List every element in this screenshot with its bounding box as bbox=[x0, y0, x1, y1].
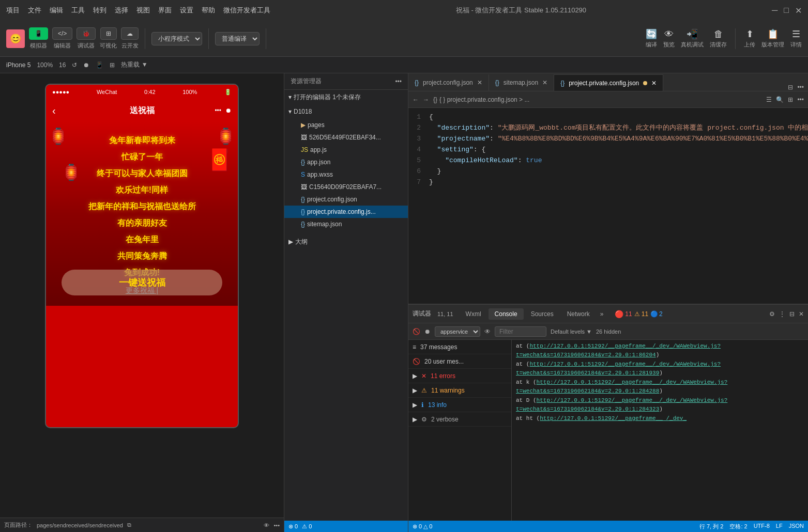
filter-input[interactable] bbox=[495, 326, 546, 337]
clear-console-icon[interactable]: 🚫 bbox=[413, 328, 420, 335]
tab-sources[interactable]: Sources bbox=[525, 308, 560, 320]
menu-item-goto[interactable]: 转到 bbox=[93, 6, 106, 15]
menu-bar[interactable]: 项目 文件 编辑 工具 转到 选择 视图 界面 设置 帮助 微信开发者工具 bbox=[6, 6, 270, 15]
search-in-file-icon[interactable]: 🔍 bbox=[776, 96, 784, 103]
log-item-errors[interactable]: ▶ ✕ 11 errors bbox=[408, 369, 511, 383]
file-item-appjson[interactable]: {} app.json bbox=[284, 156, 408, 168]
file-item-image2[interactable]: 🖼 C15640D09F02EBAFA7... bbox=[284, 181, 408, 193]
menu-item-help[interactable]: 帮助 bbox=[202, 6, 215, 15]
default-levels-selector[interactable]: Default levels ▼ bbox=[551, 328, 592, 335]
maximize-button[interactable]: □ bbox=[784, 6, 789, 15]
tab-sitemap[interactable]: {} sitemap.json ✕ bbox=[489, 74, 554, 91]
log-item-warnings[interactable]: ▶ ⚠ 11 warnings bbox=[408, 383, 511, 398]
log-link-2[interactable]: http://127.0.0.1:51292/__pageframe__/_de… bbox=[516, 361, 721, 376]
tabs-more-icon[interactable]: ••• bbox=[797, 84, 804, 91]
visual-button[interactable]: ⊞ bbox=[100, 27, 117, 40]
phone-icon[interactable]: 📱 bbox=[96, 61, 103, 69]
file-item-project-private-config[interactable]: {} project.private.config.js... bbox=[284, 206, 408, 218]
editor-button[interactable]: </> bbox=[52, 27, 72, 40]
settings-icon[interactable]: ⚙ bbox=[769, 310, 775, 318]
tab-wxml[interactable]: Wxml bbox=[460, 308, 487, 320]
nav-back-icon[interactable]: ← bbox=[413, 96, 419, 103]
more-options-icon[interactable]: ••• bbox=[273, 522, 280, 528]
split-editor-icon[interactable]: ⊟ bbox=[788, 84, 793, 91]
preview-icon[interactable]: 👁 bbox=[664, 29, 674, 40]
devtools-close-icon[interactable]: ✕ bbox=[799, 310, 804, 318]
tab-close-2[interactable]: ✕ bbox=[542, 79, 547, 86]
tab-close-1[interactable]: ✕ bbox=[477, 79, 482, 86]
compile-selector[interactable]: 普通编译 bbox=[215, 32, 260, 45]
debugger-button[interactable]: 🐞 bbox=[77, 27, 96, 40]
menu-item-interface[interactable]: 界面 bbox=[158, 6, 172, 15]
compile-icon[interactable]: 🔄 bbox=[646, 28, 657, 40]
hotreload-label[interactable]: 热重载 ▼ bbox=[121, 60, 147, 69]
open-editors-header[interactable]: ▾ 打开的编辑器 1个未保存 bbox=[284, 90, 408, 104]
more-actions-icon[interactable]: ••• bbox=[797, 96, 804, 103]
log-link-3[interactable]: http://127.0.0.1:51292/__pageframe__/_de… bbox=[516, 379, 727, 394]
send-button[interactable]: 一键送祝福 bbox=[62, 270, 222, 295]
tab-console[interactable]: Console bbox=[489, 308, 524, 320]
tab-network[interactable]: Network bbox=[561, 308, 596, 320]
devtools-expand-icon[interactable]: ⊟ bbox=[789, 310, 795, 318]
window-controls[interactable]: ─ □ ✕ bbox=[772, 6, 802, 15]
log-item-info[interactable]: ▶ ℹ 13 info bbox=[408, 398, 511, 412]
menu-item-settings[interactable]: 设置 bbox=[180, 6, 193, 15]
device-selector[interactable]: iPhone 5 bbox=[6, 61, 31, 69]
context-selector[interactable]: appservice bbox=[435, 326, 480, 337]
expand-icon[interactable]: ⊞ bbox=[110, 61, 115, 69]
more-icon[interactable]: ☰ bbox=[792, 28, 800, 40]
minimize-button[interactable]: ─ bbox=[772, 6, 777, 15]
tabs-more-btn[interactable]: » bbox=[597, 308, 607, 320]
file-item-image1[interactable]: 🖼 526D5E449F02EBAF34... bbox=[284, 131, 408, 144]
mode-selector[interactable]: 小程序模式 bbox=[151, 32, 202, 45]
menu-item-select[interactable]: 选择 bbox=[115, 6, 128, 15]
upload-icon[interactable]: ⬆ bbox=[746, 28, 754, 40]
tab-project-private-config[interactable]: {} project.private.config.json ✕ bbox=[554, 74, 663, 91]
refresh-icon[interactable]: ↺ bbox=[72, 61, 77, 69]
project-folder-header[interactable]: ▾ D1018 bbox=[284, 104, 408, 119]
file-item-appwxss[interactable]: S app.wxss bbox=[284, 168, 408, 181]
menu-item-devtools[interactable]: 微信开发者工具 bbox=[223, 6, 270, 15]
menu-item-file[interactable]: 文件 bbox=[28, 6, 41, 15]
split-view-icon[interactable]: ⊞ bbox=[788, 96, 793, 103]
user-avatar[interactable]: 😊 bbox=[6, 29, 25, 48]
log-item-user[interactable]: 🚫 20 user mes... bbox=[408, 354, 511, 369]
cloud-button[interactable]: ☁ bbox=[121, 27, 139, 40]
phone-more-button[interactable]: ••• bbox=[215, 107, 221, 114]
log-item-verbose[interactable]: ▶ ⚙ 2 verbose bbox=[408, 412, 511, 427]
preserve-log-icon[interactable]: ⏺ bbox=[424, 328, 431, 335]
file-item-appjs[interactable]: JS app.js bbox=[284, 144, 408, 156]
code-editor[interactable]: 1 { 2 "description": "大鹏源码网_wobbt.com项目私… bbox=[408, 108, 808, 304]
devtools-more-icon[interactable]: ⋮ bbox=[779, 310, 785, 318]
explorer-more-icon[interactable]: ••• bbox=[395, 78, 402, 85]
simulator-button[interactable]: 📱 bbox=[29, 27, 48, 40]
outline-icon[interactable]: ☰ bbox=[766, 96, 772, 103]
phone-back-button[interactable]: ‹ bbox=[52, 105, 56, 117]
file-item-project-config[interactable]: {} project.config.json bbox=[284, 193, 408, 206]
code-line-4: 4 "setting": { bbox=[408, 145, 808, 155]
page-path-copy-icon[interactable]: ⧉ bbox=[127, 522, 131, 528]
tab-close-3[interactable]: ✕ bbox=[651, 80, 657, 87]
tab-project-config[interactable]: {} project.config.json ✕ bbox=[408, 74, 489, 91]
nav-forward-icon[interactable]: → bbox=[423, 96, 429, 103]
log-item-all[interactable]: ≡ 37 messages bbox=[408, 340, 511, 354]
menu-item-view[interactable]: 视图 bbox=[136, 6, 150, 15]
menu-item-project[interactable]: 项目 bbox=[6, 6, 20, 15]
language-mode[interactable]: JSON bbox=[789, 523, 804, 530]
phone-record-button[interactable]: ⏺ bbox=[225, 107, 232, 114]
file-item-pages[interactable]: ▶ pages bbox=[284, 119, 408, 131]
log-link-4[interactable]: http://127.0.0.1:51292/__pageframe__/_de… bbox=[516, 397, 727, 412]
menu-item-edit[interactable]: 编辑 bbox=[50, 6, 63, 15]
visibility-icon[interactable]: 👁 bbox=[264, 522, 269, 528]
real-machine-icon[interactable]: 📲 bbox=[687, 28, 698, 40]
log-link-1[interactable]: http://127.0.0.1:51292/__pageframe__/_de… bbox=[516, 343, 721, 358]
clean-icon[interactable]: 🗑 bbox=[714, 29, 723, 40]
log-link-5[interactable]: http://127.0.0.1:51292/__pageframe__ /_d… bbox=[540, 415, 687, 421]
outline-header[interactable]: ▶ 大纲 bbox=[284, 234, 408, 249]
menu-item-tools[interactable]: 工具 bbox=[71, 6, 85, 15]
close-button[interactable]: ✕ bbox=[795, 6, 802, 15]
version-icon[interactable]: 📋 bbox=[767, 28, 779, 40]
file-item-sitemap[interactable]: {} sitemap.json bbox=[284, 218, 408, 230]
record-icon[interactable]: ⏺ bbox=[83, 61, 89, 69]
breadcrumb-icon: {} bbox=[433, 96, 437, 103]
